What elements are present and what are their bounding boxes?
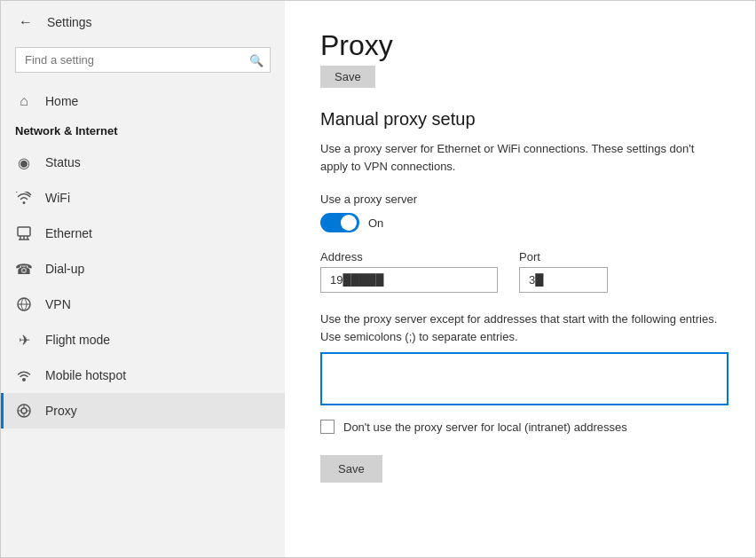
search-input[interactable] [15,47,271,73]
hotspot-icon [15,366,33,384]
proxy-toggle[interactable] [320,213,359,232]
proxy-icon [15,402,33,420]
sidebar-title-label: Settings [47,15,92,29]
sidebar-item-ethernet[interactable]: Ethernet [1,216,285,251]
back-button[interactable]: ← [15,12,36,33]
save-button[interactable]: Save [320,455,382,483]
sidebar-item-hotspot[interactable]: Mobile hotspot [1,358,285,393]
search-icon: 🔍 [249,53,264,67]
svg-point-7 [22,378,26,381]
section-title: Manual proxy setup [320,109,720,130]
vpn-icon [15,295,33,313]
address-port-row: Address Port [320,250,720,293]
dialup-icon: ☎ [15,260,33,278]
sidebar: ← Settings 🔍 ⌂ Home Network & Internet ◉… [1,1,285,557]
save-proxy-top-button[interactable]: Save [320,66,375,88]
sidebar-item-flight[interactable]: ✈ Flight mode [1,322,285,358]
sidebar-item-wifi[interactable]: WiFi [1,180,285,216]
status-icon: ◉ [15,153,33,171]
toggle-value: On [368,216,383,230]
exceptions-description: Use the proxy server except for addresse… [320,310,720,345]
sidebar-item-label: Proxy [45,404,77,418]
sidebar-titlebar: ← Settings [1,1,285,43]
address-input[interactable] [320,267,498,293]
use-proxy-toggle-row: Use a proxy server On [320,193,720,232]
settings-window: ← Settings 🔍 ⌂ Home Network & Internet ◉… [0,0,756,558]
svg-point-9 [21,408,27,413]
sidebar-item-label: Mobile hotspot [45,368,126,382]
use-proxy-label: Use a proxy server [320,193,720,206]
sidebar-item-home[interactable]: ⌂ Home [1,83,285,119]
home-label: Home [45,94,78,108]
checkbox-label: Don't use the proxy server for local (in… [343,420,627,434]
sidebar-item-label: Ethernet [45,226,92,240]
home-icon: ⌂ [15,92,33,110]
toggle-container: On [320,213,720,232]
sidebar-item-label: Flight mode [45,333,110,347]
sidebar-item-label: Dial-up [45,262,84,276]
port-label: Port [519,250,608,263]
svg-rect-0 [18,227,30,236]
sidebar-item-label: VPN [45,297,71,311]
main-content: Proxy Save Manual proxy setup Use a prox… [285,1,755,557]
sidebar-item-dialup[interactable]: ☎ Dial-up [1,251,285,287]
page-title: Proxy [320,29,720,62]
sidebar-item-vpn[interactable]: VPN [1,287,285,322]
sidebar-item-proxy[interactable]: Proxy [1,393,285,428]
sidebar-item-label: WiFi [45,191,70,205]
port-field-group: Port [519,250,608,293]
checkbox-row: Don't use the proxy server for local (in… [320,420,720,434]
search-container: 🔍 [15,47,271,73]
sidebar-item-label: Status [45,155,81,169]
address-field-group: Address [320,250,498,293]
wifi-icon [15,189,33,207]
address-label: Address [320,250,498,263]
flight-icon: ✈ [15,331,33,349]
local-intranet-checkbox[interactable] [320,420,335,434]
sidebar-section-label: Network & Internet [1,119,285,145]
exceptions-textarea[interactable] [320,352,728,405]
sidebar-item-status[interactable]: ◉ Status [1,145,285,180]
port-input[interactable] [519,267,608,293]
ethernet-icon [15,224,33,242]
toggle-knob [341,215,357,231]
description-text: Use a proxy server for Ethernet or WiFi … [320,140,720,175]
